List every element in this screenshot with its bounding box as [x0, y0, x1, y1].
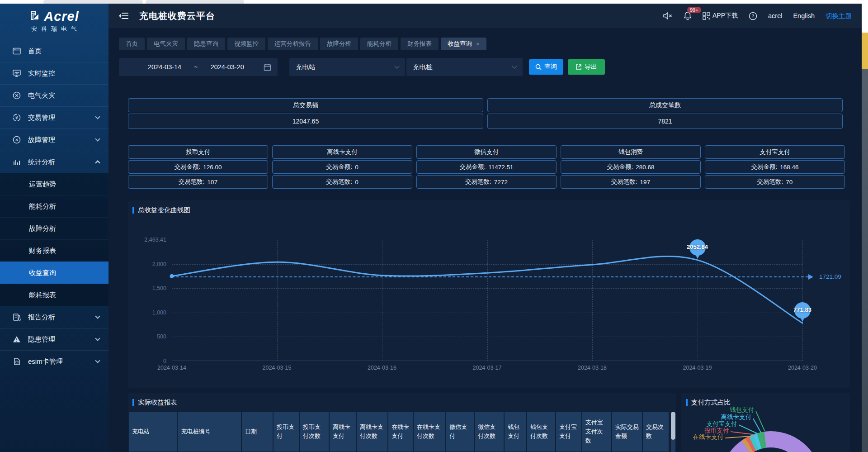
- sidebar-item-fault-mgmt[interactable]: 故障管理: [0, 128, 108, 151]
- close-icon[interactable]: ×: [476, 41, 480, 48]
- main-area: 充电桩收费云平台 99+ APP下载 ? acrel English 切换主题 …: [108, 4, 862, 452]
- column-header[interactable]: 离线卡支付次数: [356, 411, 388, 452]
- y-tick-label: 1,000: [130, 309, 166, 316]
- count-value: 107: [208, 179, 218, 186]
- tab-video-monitor[interactable]: 视频监控: [227, 38, 265, 50]
- column-header[interactable]: 在线卡支付: [388, 411, 413, 452]
- pile-select-value: 充电桩: [413, 63, 433, 71]
- tab-home[interactable]: 首页: [119, 38, 145, 50]
- page-title: 充电桩收费云平台: [139, 10, 215, 22]
- page-scrollbar[interactable]: [862, 0, 868, 452]
- column-header[interactable]: 微信支付次数: [474, 411, 504, 452]
- chevron-down-icon: [394, 63, 399, 68]
- column-header[interactable]: 钱包支付: [504, 411, 527, 452]
- tab-hazard-query[interactable]: 隐患查询: [187, 38, 225, 50]
- theme-switch-link[interactable]: 切换主题: [826, 12, 852, 20]
- bottom-row: 实际收益报表 充电站 充电桩编号 日期 投币支付 投币支付次数 离线卡支付 离线…: [128, 393, 862, 452]
- y-tick-label: 2,000: [130, 261, 166, 267]
- chevron-up-icon: [95, 160, 100, 165]
- search-button[interactable]: 查询: [529, 59, 563, 75]
- date-start: 2024-03-14: [148, 63, 181, 71]
- sidebar-item-home[interactable]: 首页: [0, 40, 108, 62]
- sidebar-item-hazard-mgmt[interactable]: 隐患管理: [0, 328, 108, 350]
- statistics-submenu: 运营趋势 能耗分析 故障分析 财务报表 收益查询 能耗报表: [0, 173, 108, 306]
- arrow-right-icon: [808, 274, 816, 280]
- submenu-item-finance-report[interactable]: 财务报表: [0, 239, 108, 262]
- sim-card-icon: [12, 357, 21, 366]
- app-download[interactable]: APP下载: [703, 12, 738, 20]
- payment-title: 微信支付: [416, 145, 557, 159]
- first-point-dot: [170, 274, 174, 278]
- table-scrollbar-thumb[interactable]: [671, 412, 675, 440]
- help-icon[interactable]: ?: [749, 12, 757, 20]
- leader-line: [755, 411, 765, 432]
- submenu-item-revenue-query[interactable]: 收益查询: [0, 262, 108, 284]
- date-separator: ~: [194, 63, 198, 71]
- submenu-item-energy-analysis[interactable]: 能耗分析: [0, 195, 108, 217]
- submenu-label: 故障分析: [29, 224, 56, 233]
- tab-electrical-fire[interactable]: 电气火灾: [147, 38, 185, 50]
- sidebar-menu: 首页 实时监控 电气火灾 ¥ 交易管理 故障管理 统计分析 运营趋势 能耗分析: [0, 40, 108, 372]
- total-amount-label: 总交易额: [128, 98, 483, 112]
- column-header[interactable]: 支付宝支付次数: [582, 411, 612, 452]
- fault-circle-icon: [12, 135, 21, 144]
- submenu-label: 运营趋势: [29, 180, 56, 189]
- x-tick-label: 2024-03-16: [353, 365, 411, 371]
- submenu-label: 财务报表: [29, 247, 56, 255]
- amount-value: 126.00: [203, 164, 222, 171]
- sidebar-item-report-analysis[interactable]: 报告分析: [0, 306, 108, 328]
- tab-operation-report[interactable]: 运营分析报告: [268, 38, 318, 50]
- sidebar-item-electrical-fire[interactable]: 电气火灾: [0, 84, 108, 106]
- sidebar-item-realtime-monitor[interactable]: 实时监控: [0, 62, 108, 84]
- tab-fault-analysis[interactable]: 故障分析: [320, 38, 358, 50]
- tab-energy-analysis[interactable]: 能耗分析: [360, 38, 398, 50]
- chevron-down-icon: [95, 114, 100, 119]
- station-select[interactable]: 充电站: [289, 58, 405, 76]
- sidebar-item-label: 首页: [28, 47, 42, 56]
- column-header[interactable]: 离线卡支付: [329, 411, 356, 452]
- username[interactable]: acrel: [768, 12, 782, 19]
- submenu-item-energy-report[interactable]: 能耗报表: [0, 284, 108, 306]
- revenue-line-path: [172, 256, 802, 323]
- tab-revenue-query[interactable]: 收益查询×: [441, 38, 486, 50]
- export-button[interactable]: 导出: [568, 59, 605, 75]
- x-tick-label: 2024-03-15: [248, 365, 307, 371]
- notification-bell[interactable]: 99+: [684, 11, 692, 20]
- sidebar-item-esim-mgmt[interactable]: esim卡管理: [0, 350, 108, 372]
- mute-speaker-icon[interactable]: [663, 12, 673, 20]
- chevron-down-icon: [95, 314, 100, 319]
- count-label: 交易笔数:: [465, 178, 491, 186]
- column-header[interactable]: 充电站: [128, 411, 177, 452]
- payment-card-wechat: 微信支付 交易金额:11472.51 交易笔数:7272: [416, 145, 557, 189]
- bar-chart-icon: [12, 157, 21, 167]
- home-icon: [12, 47, 21, 56]
- pile-select[interactable]: 充电桩: [406, 58, 523, 76]
- column-header[interactable]: 日期: [241, 411, 273, 452]
- table-scrollbar[interactable]: [671, 412, 675, 452]
- logo: Acrel 安科瑞电气: [0, 4, 108, 38]
- submenu-item-fault-analysis[interactable]: 故障分析: [0, 217, 108, 239]
- tab-finance-report[interactable]: 财务报表: [401, 38, 439, 50]
- column-header[interactable]: 实际交易金额: [612, 411, 642, 452]
- scrollbar-top-zone: [862, 0, 868, 33]
- column-header[interactable]: 投币支付: [273, 411, 299, 452]
- scrollbar-thumb[interactable]: [862, 33, 868, 69]
- column-header[interactable]: 支付宝支付: [556, 411, 582, 452]
- column-header[interactable]: 在线卡支付次数: [413, 411, 446, 452]
- count-value: 197: [640, 179, 651, 186]
- sidebar-collapse-icon[interactable]: [118, 12, 129, 20]
- payment-card-alipay: 支付宝支付 交易金额:168.46 交易笔数:70: [705, 145, 845, 189]
- column-header[interactable]: 投币支付次数: [299, 411, 329, 452]
- column-header[interactable]: 钱包支付次数: [527, 411, 556, 452]
- count-label: 交易笔数:: [179, 178, 205, 186]
- total-count-label: 总成交笔数: [487, 98, 843, 112]
- date-range-input[interactable]: 2024-03-14 ~ 2024-03-20: [119, 58, 278, 76]
- column-header[interactable]: 充电桩编号: [177, 411, 241, 452]
- x-tick-label: 2024-03-20: [773, 365, 832, 371]
- submenu-item-operation-trend[interactable]: 运营趋势: [0, 173, 108, 195]
- sidebar-item-statistics[interactable]: 统计分析: [0, 151, 108, 173]
- column-header[interactable]: 交易次数: [642, 411, 669, 452]
- language-switch[interactable]: English: [793, 12, 815, 19]
- sidebar-item-transaction-mgmt[interactable]: ¥ 交易管理: [0, 106, 108, 128]
- column-header[interactable]: 微信支付: [446, 411, 474, 452]
